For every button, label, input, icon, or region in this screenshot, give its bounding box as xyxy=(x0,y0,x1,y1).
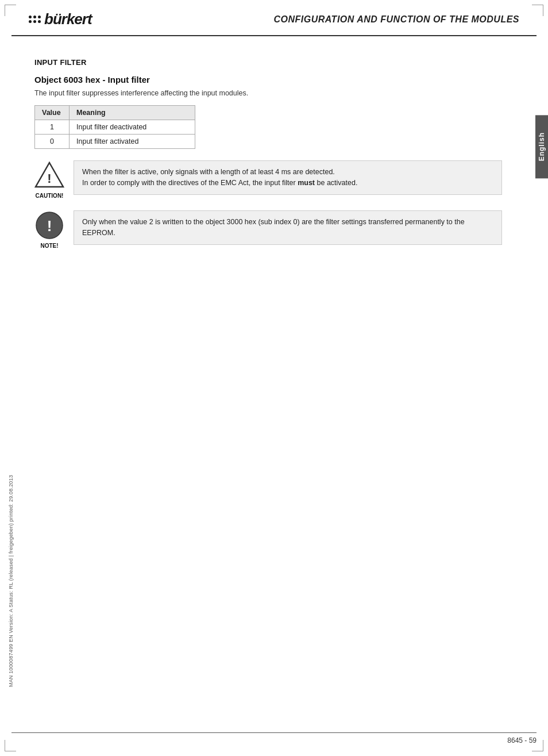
svg-text:!: ! xyxy=(47,171,51,186)
main-content: INPUT FILTER Object 6003 hex - Input fil… xyxy=(0,36,531,272)
logo-dot-row-2 xyxy=(29,20,41,23)
language-tab: English xyxy=(535,115,548,178)
caution-icon: ! xyxy=(34,160,64,190)
logo-text: bürkert xyxy=(44,10,92,28)
header: bürkert CONFIGURATION AND FUNCTION OF TH… xyxy=(11,0,537,36)
sidebar-text: MAN 1000087499 EN Version: A Status: RL … xyxy=(8,475,14,687)
logo-area: bürkert xyxy=(29,10,121,28)
table-cell-meaning-1: Input filter deactivated xyxy=(70,120,195,135)
svg-text:!: ! xyxy=(47,217,52,235)
caution-text-line1: When the filter is active, only signals … xyxy=(82,168,335,176)
note-box: ! NOTE! Only when the value 2 is written… xyxy=(34,210,502,249)
subsection-heading: Object 6003 hex - Input filter xyxy=(34,75,502,85)
note-text: Only when the value 2 is written to the … xyxy=(82,218,465,237)
note-icon: ! xyxy=(34,210,64,240)
corner-mark-tr xyxy=(532,5,543,16)
intro-text: The input filter suppresses interference… xyxy=(34,89,502,97)
footer: 8645 - 59 xyxy=(11,732,537,745)
logo-dot xyxy=(29,20,32,23)
note-content: Only when the value 2 is written to the … xyxy=(74,210,502,245)
logo-dot xyxy=(38,16,41,18)
table-row: 0 Input filter activated xyxy=(35,135,195,149)
table-row: 1 Input filter deactivated xyxy=(35,120,195,135)
table-header-row: Value Meaning xyxy=(35,106,195,120)
caution-icon-wrapper: ! CAUTION! xyxy=(34,160,64,199)
corner-mark-tl xyxy=(5,5,16,16)
table-cell-value-1: 1 xyxy=(35,120,70,135)
note-label: NOTE! xyxy=(40,243,58,249)
logo-dot xyxy=(33,16,36,18)
caution-box: ! CAUTION! When the filter is active, on… xyxy=(34,160,502,199)
table-header-value: Value xyxy=(35,106,70,120)
caution-label: CAUTION! xyxy=(36,193,64,199)
logo-dot xyxy=(29,16,32,18)
logo-dot xyxy=(33,20,36,23)
footer-page-number: 8645 - 59 xyxy=(507,736,537,745)
table-cell-value-2: 0 xyxy=(35,135,70,149)
header-title: CONFIGURATION AND FUNCTION OF THE MODULE… xyxy=(121,14,519,25)
section-heading: INPUT FILTER xyxy=(34,58,502,67)
logo-dot-row-1 xyxy=(29,16,41,18)
logo-dots xyxy=(29,16,41,23)
logo-dot xyxy=(38,20,41,23)
note-icon-wrapper: ! NOTE! xyxy=(34,210,64,249)
filter-value-table: Value Meaning 1 Input filter deactivated… xyxy=(34,105,195,149)
caution-content: When the filter is active, only signals … xyxy=(74,160,502,195)
caution-must: must xyxy=(298,179,315,187)
table-header-meaning: Meaning xyxy=(70,106,195,120)
table-cell-meaning-2: Input filter activated xyxy=(70,135,195,149)
